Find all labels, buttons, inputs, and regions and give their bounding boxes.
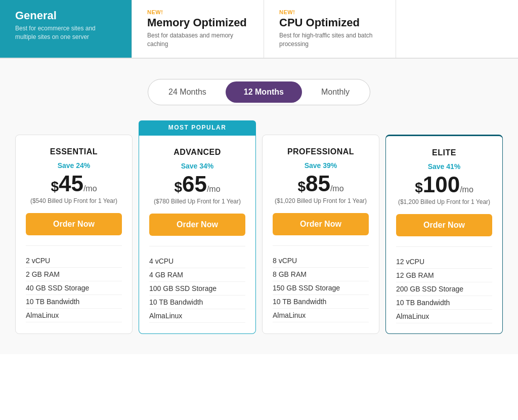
plan-professional-mo: /mo (330, 184, 344, 193)
tab-memory-desc: Best for databases and memory caching (147, 31, 248, 49)
tab-cpu-title: CPU Optimized (279, 16, 380, 29)
billing-toggle: 24 Months 12 Months Monthly (148, 79, 370, 105)
tab-memory[interactable]: NEW! Memory Optimized Best for databases… (132, 0, 264, 58)
list-item: AlmaLinux (273, 309, 369, 322)
list-item: 4 vCPU (149, 255, 245, 268)
tab-memory-new: NEW! (147, 9, 248, 15)
list-item: 10 TB Bandwidth (26, 295, 122, 309)
plan-advanced-save: Save 34% (181, 162, 214, 170)
list-item: 150 GB SSD Storage (273, 281, 369, 295)
list-item: AlmaLinux (396, 310, 492, 323)
plan-advanced-mo: /mo (207, 185, 221, 194)
plan-professional-dollar: $ (297, 179, 306, 195)
plan-advanced-dollar: $ (174, 179, 182, 195)
plan-essential-order[interactable]: Order Now (26, 213, 122, 235)
list-item: 10 TB Bandwidth (396, 296, 492, 310)
tab-cpu-new: NEW! (279, 9, 380, 15)
plan-advanced-order[interactable]: Order Now (149, 214, 245, 236)
list-item: AlmaLinux (26, 309, 122, 322)
plan-essential-save: Save 24% (58, 161, 91, 170)
billing-24months[interactable]: 24 Months (150, 81, 225, 103)
plan-professional: PROFESSIONAL Save 39% $ 85 /mo ($1,020 B… (262, 135, 379, 334)
list-item: 8 GB RAM (273, 268, 369, 281)
plan-advanced-billed: ($780 Billed Up Front for 1 Year) (154, 197, 241, 206)
popular-badge: MOST POPULAR (139, 120, 256, 135)
list-item: 10 TB Bandwidth (149, 296, 245, 309)
billing-monthly[interactable]: Monthly (303, 81, 368, 103)
plan-essential-dollar: $ (51, 179, 59, 195)
list-item: 2 vCPU (26, 254, 122, 268)
list-item: 12 GB RAM (396, 269, 492, 282)
plan-elite-features: 12 vCPU 12 GB RAM 200 GB SSD Storage 10 … (396, 246, 492, 323)
tab-cpu[interactable]: NEW! CPU Optimized Best for high-traffic… (264, 0, 396, 58)
plan-elite-mo: /mo (460, 185, 473, 194)
tab-general[interactable]: General Best for ecommerce sites and mul… (0, 0, 132, 58)
tab-cpu-desc: Best for high-traffic sites and batch pr… (279, 31, 380, 49)
list-item: 40 GB SSD Storage (26, 281, 122, 295)
plans-grid: ESSENTIAL Save 24% $ 45 /mo ($540 Billed… (15, 135, 503, 334)
plan-essential-features: 2 vCPU 2 GB RAM 40 GB SSD Storage 10 TB … (26, 245, 122, 322)
plan-advanced-name: ADVANCED (174, 148, 221, 157)
tab-memory-title: Memory Optimized (147, 16, 248, 29)
plan-elite-dollar: $ (415, 180, 423, 196)
list-item: 4 GB RAM (149, 268, 245, 282)
plan-essential: ESSENTIAL Save 24% $ 45 /mo ($540 Billed… (15, 135, 133, 334)
plan-elite-save: Save 41% (428, 162, 461, 171)
list-item: AlmaLinux (149, 309, 245, 323)
tab-general-desc: Best for ecommerce sites and multiple si… (15, 24, 116, 41)
plan-elite-name: ELITE (432, 148, 456, 157)
list-item: 2 GB RAM (26, 268, 122, 281)
list-item: 200 GB SSD Storage (396, 282, 492, 296)
plan-elite-order[interactable]: Order Now (396, 214, 492, 236)
plan-professional-features: 8 vCPU 8 GB RAM 150 GB SSD Storage 10 TB… (273, 245, 369, 322)
list-item: 100 GB SSD Storage (149, 282, 245, 296)
plan-elite-billed: ($1,200 Billed Up Front for 1 Year) (398, 198, 490, 206)
tab-general-title: General (15, 9, 116, 22)
list-item: 10 TB Bandwidth (273, 295, 369, 309)
plan-essential-mo: /mo (83, 184, 97, 193)
plan-elite-price: $ 100 /mo (415, 174, 473, 196)
plan-essential-billed: ($540 Billed Up Front for 1 Year) (30, 197, 117, 205)
billing-12months[interactable]: 12 Months (226, 81, 302, 103)
top-tabs: General Best for ecommerce sites and mul… (0, 0, 518, 59)
plan-professional-save: Save 39% (305, 161, 337, 170)
list-item: 8 vCPU (273, 254, 369, 268)
billing-section: 24 Months 12 Months Monthly (0, 59, 518, 120)
plan-advanced-amount: 65 (182, 173, 207, 195)
plan-professional-price: $ 85 /mo (297, 173, 343, 195)
plan-essential-name: ESSENTIAL (50, 147, 98, 156)
plan-essential-amount: 45 (59, 173, 83, 195)
plan-elite: ELITE Save 41% $ 100 /mo ($1,200 Billed … (385, 135, 503, 334)
plans-section: MOST POPULAR ESSENTIAL Save 24% $ 45 /mo… (0, 120, 518, 355)
plan-professional-order[interactable]: Order Now (273, 213, 369, 235)
plan-advanced-features: 4 vCPU 4 GB RAM 100 GB SSD Storage 10 TB… (149, 246, 245, 323)
plan-elite-amount: 100 (423, 174, 460, 196)
plan-professional-billed: ($1,020 Billed Up Front for 1 Year) (275, 197, 367, 205)
plan-advanced: ADVANCED Save 34% $ 65 /mo ($780 Billed … (139, 135, 256, 334)
list-item: 12 vCPU (396, 255, 492, 269)
popular-badge-wrapper: MOST POPULAR (139, 120, 256, 135)
plan-professional-name: PROFESSIONAL (287, 147, 354, 156)
plan-professional-amount: 85 (306, 173, 330, 195)
plan-essential-price: $ 45 /mo (51, 173, 97, 195)
plan-advanced-price: $ 65 /mo (174, 173, 220, 195)
